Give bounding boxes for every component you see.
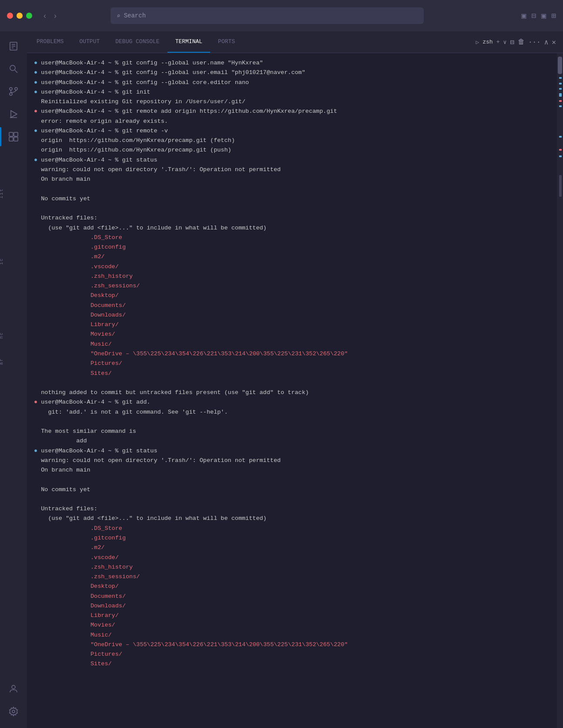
terminal-line: Library/ xyxy=(34,320,556,330)
sidebar-item-extensions[interactable] xyxy=(4,127,23,146)
terminal-line: nothing added to commit but untracked fi… xyxy=(34,388,556,398)
tab-ports[interactable]: PORTS xyxy=(210,31,243,53)
terminal-line: ● user@MacBook-Air-4 ~ % git status xyxy=(34,155,556,165)
minimap-indicator-blue-7 xyxy=(559,155,562,157)
terminal-line: The most similar command is xyxy=(34,427,556,436)
terminal-line: (use "git add <file>..." to include in w… xyxy=(34,514,556,523)
new-terminal-button[interactable]: + xyxy=(496,39,500,45)
terminal-line: .gitconfig xyxy=(34,243,556,252)
search-bar[interactable]: ⌕ Search xyxy=(111,7,424,24)
terminal-line: Untracked files: xyxy=(34,213,556,223)
terminal-line: Pictures/ xyxy=(34,650,556,659)
terminal-line: Documents/ xyxy=(34,592,556,601)
minimap-indicator-blue-5 xyxy=(559,105,562,107)
terminal-line: Music/ xyxy=(34,630,556,640)
terminal-line xyxy=(34,204,556,213)
sidebar-item-run-debug[interactable] xyxy=(4,104,23,124)
svg-marker-10 xyxy=(11,111,17,118)
tab-problems[interactable]: PROBLEMS xyxy=(29,31,71,53)
sidebar-bottom xyxy=(4,679,23,728)
terminal-line: No commits yet xyxy=(34,194,556,204)
terminal-line: Movies/ xyxy=(34,620,556,630)
tab-actions: ▷ zsh + ∨ ⊟ 🗑 ··· ∧ ✕ xyxy=(476,38,561,47)
back-button[interactable]: ‹ xyxy=(41,10,49,21)
close-panel-button[interactable]: ✕ xyxy=(552,38,556,47)
terminal-line: origin https://github.com/HynKxrea/preca… xyxy=(34,145,556,155)
terminal-line: .zsh_sessions/ xyxy=(34,572,556,582)
title-bar-right: ▣ ⊟ ▣ ⊞ xyxy=(522,11,556,20)
terminal-line: ● user@MacBook-Air-4 ~ % git remote -v xyxy=(34,126,556,136)
svg-rect-13 xyxy=(14,132,18,136)
terminal-line: .zsh_sessions/ xyxy=(34,281,556,291)
svg-point-17 xyxy=(12,710,15,713)
terminal-line: origin https://github.com/HynKxrea/preca… xyxy=(34,136,556,145)
terminal-line: No commits yet xyxy=(34,485,556,495)
terminal-line: ● user@MacBook-Air-4 ~ % git init xyxy=(34,88,556,97)
terminal-line: Music/ xyxy=(34,340,556,349)
svg-point-4 xyxy=(10,65,15,71)
tab-output[interactable]: OUTPUT xyxy=(71,31,107,53)
terminal-line: Documents/ xyxy=(34,301,556,310)
terminal-line: "OneDrive – \355\225\234\354\226\221\353… xyxy=(34,640,556,650)
terminal-line: Untracked files: xyxy=(34,504,556,514)
terminal-area[interactable]: ● user@MacBook-Air-4 ~ % git config --gl… xyxy=(27,53,563,728)
layout-icon-3[interactable]: ▣ xyxy=(541,11,546,20)
layout-icon-2[interactable]: ⊟ xyxy=(531,11,536,20)
terminal-line: ● user@MacBook-Air-4 ~ % git remote add … xyxy=(34,107,556,116)
terminal-line: .vscode/ xyxy=(34,553,556,563)
minimize-button[interactable] xyxy=(17,13,23,19)
more-actions-button[interactable]: ··· xyxy=(528,38,541,46)
side-label-ar: ar xyxy=(0,358,4,365)
terminal-line: Downloads/ xyxy=(34,310,556,320)
svg-point-16 xyxy=(12,685,15,689)
terminal-line: .m2/ xyxy=(34,252,556,262)
terminal-line: "OneDrive – \355\225\234\354\226\221\353… xyxy=(34,349,556,359)
close-button[interactable] xyxy=(7,13,13,19)
maximize-panel-button[interactable]: ∧ xyxy=(544,38,549,47)
terminal-line: .zsh_history xyxy=(34,563,556,572)
terminal-line: .DS_Store xyxy=(34,233,556,243)
terminal-line xyxy=(34,184,556,194)
terminal-line: ● user@MacBook-Air-4 ~ % git status xyxy=(34,446,556,456)
sidebar: lit ic nc ar xyxy=(0,31,27,728)
tab-terminal[interactable]: TERMINAL xyxy=(168,31,210,53)
layout-icon-4[interactable]: ⊞ xyxy=(551,11,556,20)
svg-rect-14 xyxy=(9,137,13,141)
maximize-button[interactable] xyxy=(26,13,32,19)
scrollbar-track[interactable] xyxy=(557,53,563,728)
sidebar-item-settings[interactable] xyxy=(4,702,23,721)
forward-button[interactable]: › xyxy=(51,10,59,21)
sidebar-item-account[interactable] xyxy=(4,679,23,698)
terminal-line: Downloads/ xyxy=(34,601,556,611)
traffic-lights xyxy=(7,13,32,19)
sidebar-item-search[interactable] xyxy=(4,59,23,78)
terminal-line: .gitconfig xyxy=(34,533,556,543)
terminal-line: On branch main xyxy=(34,175,556,184)
sidebar-item-source-control[interactable] xyxy=(4,82,23,101)
layout-icon-1[interactable]: ▣ xyxy=(522,11,526,20)
terminal-line: Desktop/ xyxy=(34,291,556,300)
terminal-line: (use "git add <file>..." to include in w… xyxy=(34,223,556,233)
split-terminal-button[interactable]: ⊟ xyxy=(510,38,514,47)
terminal-line: On branch main xyxy=(34,465,556,475)
terminal-shell-label: zsh xyxy=(483,39,493,45)
side-label-ic: ic xyxy=(0,258,4,265)
sidebar-item-files[interactable] xyxy=(4,37,23,56)
title-bar: ‹ › ⌕ Search ▣ ⊟ ▣ ⊞ xyxy=(0,0,563,31)
terminal-line xyxy=(34,475,556,485)
terminal-line: add xyxy=(34,436,556,446)
nav-buttons: ‹ › xyxy=(41,10,59,21)
side-label-lit: lit xyxy=(0,188,4,199)
scrollbar-thumb[interactable] xyxy=(558,57,562,74)
svg-point-8 xyxy=(10,93,12,95)
terminal-line: error: remote origin already exists. xyxy=(34,117,556,126)
terminal-line: .DS_Store xyxy=(34,524,556,533)
delete-terminal-button[interactable]: 🗑 xyxy=(518,38,525,46)
terminal-line: .vscode/ xyxy=(34,262,556,272)
tab-debug-console[interactable]: DEBUG CONSOLE xyxy=(107,31,167,53)
terminal-shell-icon: ▷ xyxy=(476,39,479,46)
terminal-dropdown[interactable]: ∨ xyxy=(503,39,506,46)
search-placeholder: Search xyxy=(124,12,146,19)
search-icon: ⌕ xyxy=(117,12,120,20)
terminal-line: Sites/ xyxy=(34,369,556,378)
